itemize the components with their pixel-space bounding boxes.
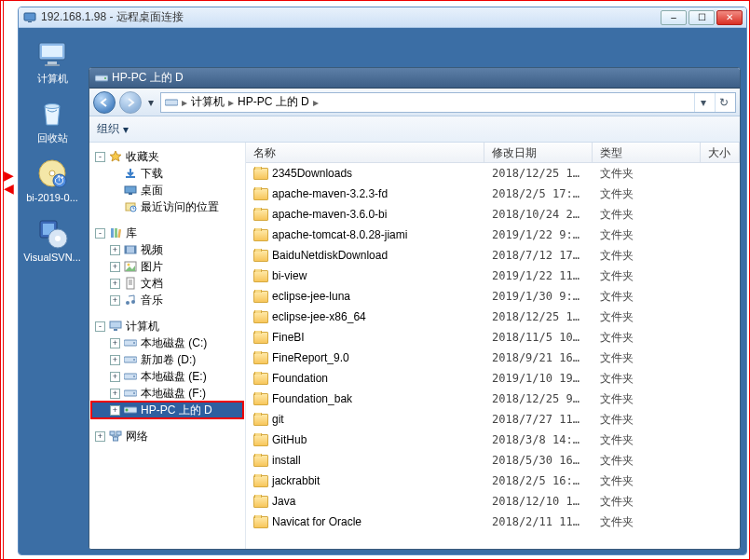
tree-item[interactable]: +文档 <box>91 275 243 292</box>
expand-icon[interactable]: + <box>110 295 120 306</box>
list-item[interactable]: Foundation2019/1/10 19:41文件夹 <box>246 368 740 389</box>
list-item[interactable]: BaiduNetdiskDownload2018/7/12 17:24文件夹 <box>246 245 740 266</box>
maximize-button[interactable]: ☐ <box>689 10 715 25</box>
folder-icon <box>253 270 268 282</box>
file-type: 文件夹 <box>593 330 701 346</box>
desktop-item-recycle-bin[interactable]: 回收站 <box>26 97 78 143</box>
list-item[interactable]: apache-maven-3.6.0-bi2018/10/24 20:43文件夹 <box>246 204 740 225</box>
expand-icon[interactable]: + <box>110 405 120 416</box>
spacer <box>110 169 120 179</box>
col-size[interactable]: 大小 <box>701 143 740 162</box>
close-button[interactable]: ✕ <box>716 10 743 25</box>
expand-icon[interactable]: + <box>110 355 120 365</box>
col-date[interactable]: 修改日期 <box>484 143 593 162</box>
expand-icon[interactable]: + <box>110 245 120 255</box>
tree-item[interactable]: +音乐 <box>91 292 243 308</box>
list-item[interactable]: Navicat for Oracle2018/2/11 11:41文件夹 <box>246 512 740 532</box>
list-item[interactable]: eclipse-jee-luna2019/1/30 9:54文件夹 <box>246 286 740 307</box>
tree-item-label: 下载 <box>141 166 163 182</box>
list-item[interactable]: eclipse-jee-x86_642018/12/25 11:04文件夹 <box>246 307 740 327</box>
rdp-titlebar[interactable]: 192.168.1.98 - 远程桌面连接 – ☐ ✕ <box>19 7 746 28</box>
svg-point-36 <box>131 300 135 304</box>
list-body[interactable]: 2345Downloads2018/12/25 15:00文件夹apache-m… <box>246 163 740 549</box>
collapse-icon[interactable]: - <box>95 228 105 239</box>
tree-favorites[interactable]: -收藏夹 <box>91 148 243 165</box>
tree-item[interactable]: +本地磁盘 (C:) <box>91 335 243 351</box>
col-type[interactable]: 类型 <box>593 143 701 162</box>
tree-item[interactable]: +视频 <box>91 241 243 258</box>
collapse-icon[interactable]: - <box>95 321 105 332</box>
chevron-right-icon[interactable]: ▸ <box>313 96 319 109</box>
file-name: BaiduNetdiskDownload <box>272 249 388 262</box>
list-item[interactable]: apache-maven-3.2.3-fd2018/2/5 17:05文件夹 <box>246 184 740 204</box>
tree-item[interactable]: 下载 <box>91 165 243 182</box>
tree-network[interactable]: +网络 <box>91 428 243 444</box>
video-icon <box>123 242 138 257</box>
rdp-title: 192.168.1.98 - 远程桌面连接 <box>41 9 661 25</box>
expand-icon[interactable]: + <box>110 262 120 272</box>
file-type: 文件夹 <box>593 207 701 223</box>
tree-item[interactable]: +新加卷 (D:) <box>91 351 243 368</box>
list-item[interactable]: Foundation_bak2018/12/25 9:10文件夹 <box>246 389 740 409</box>
list-item[interactable]: Java2018/12/10 17:03文件夹 <box>246 491 740 512</box>
file-date: 2018/10/24 20:43 <box>484 208 593 221</box>
expand-icon[interactable]: + <box>110 389 120 399</box>
tree-item[interactable]: +本地磁盘 (F:) <box>91 385 243 402</box>
tree-item[interactable]: 最近访问的位置 <box>91 198 243 215</box>
recent-icon <box>123 199 138 214</box>
list-item[interactable]: git2018/7/27 11:05文件夹 <box>246 409 740 430</box>
tree-libraries[interactable]: -库 <box>91 225 243 241</box>
svg-point-30 <box>128 264 130 266</box>
address-dropdown[interactable]: ▾ <box>694 93 711 112</box>
file-type: 文件夹 <box>593 309 701 325</box>
breadcrumb[interactable]: HP-PC 上的 D <box>238 94 309 110</box>
history-dropdown[interactable]: ▾ <box>145 94 157 111</box>
expand-icon[interactable]: + <box>95 431 105 442</box>
expand-icon[interactable]: + <box>110 279 120 289</box>
tree-computer[interactable]: -计算机 <box>91 318 243 335</box>
folder-icon <box>253 209 268 221</box>
desktop-item-computer[interactable]: 计算机 <box>26 37 78 84</box>
list-item[interactable]: GitHub2018/3/8 14:10文件夹 <box>246 430 740 450</box>
chevron-right-icon[interactable]: ▸ <box>182 96 187 109</box>
expand-icon[interactable]: + <box>110 338 120 348</box>
file-type: 文件夹 <box>593 248 701 264</box>
folder-icon <box>253 352 268 364</box>
address-bar[interactable]: ▸ 计算机 ▸ HP-PC 上的 D ▸ ▾ ↻ <box>160 92 736 113</box>
list-item[interactable]: bi-view2019/1/22 11:17文件夹 <box>246 266 740 286</box>
file-name: apache-maven-3.6.0-bi <box>272 208 387 221</box>
explorer-titlebar[interactable]: HP-PC 上的 D <box>89 68 740 89</box>
file-type: 文件夹 <box>593 494 701 510</box>
expand-icon[interactable]: + <box>110 372 120 382</box>
list-item[interactable]: install2018/5/30 16:22文件夹 <box>246 450 740 471</box>
back-button[interactable] <box>93 91 116 114</box>
chevron-right-icon[interactable]: ▸ <box>228 96 234 109</box>
organize-button[interactable]: 组织 ▾ <box>97 121 129 137</box>
desktop-item-disc[interactable]: ⏱bi-2019-0... <box>26 157 78 203</box>
collapse-icon[interactable]: - <box>95 152 105 162</box>
file-name: apache-maven-3.2.3-fd <box>272 187 388 200</box>
desktop-item-visualsvn[interactable]: VisualSVN... <box>26 216 78 263</box>
svg-point-6 <box>45 104 60 109</box>
tree-item-selected[interactable]: +HP-PC 上的 D <box>91 402 243 418</box>
list-item[interactable]: FineReport_9.02018/9/21 16:17文件夹 <box>246 348 740 368</box>
file-type: 文件夹 <box>593 371 701 387</box>
tree-item[interactable]: 桌面 <box>91 182 243 198</box>
minimize-button[interactable]: – <box>661 10 687 25</box>
tree-item-label: 最近访问的位置 <box>141 199 219 215</box>
refresh-button[interactable]: ↻ <box>715 93 731 112</box>
tree-item[interactable]: +本地磁盘 (E:) <box>91 368 243 385</box>
col-name[interactable]: 名称 <box>246 143 484 162</box>
list-item[interactable]: apache-tomcat-8.0.28-jiami2019/1/22 9:25… <box>246 225 740 245</box>
svg-point-48 <box>126 409 129 412</box>
list-item[interactable]: 2345Downloads2018/12/25 15:00文件夹 <box>246 163 740 184</box>
breadcrumb[interactable]: 计算机 <box>191 94 225 110</box>
list-item[interactable]: jackrabbit2018/2/5 16:11文件夹 <box>246 471 740 491</box>
document-icon <box>123 276 138 291</box>
forward-button[interactable] <box>119 91 142 114</box>
list-item[interactable]: FineBI2018/11/5 10:00文件夹 <box>246 327 740 348</box>
svg-rect-31 <box>127 278 134 289</box>
nav-tree[interactable]: -收藏夹下载桌面最近访问的位置-库+视频+图片+文档+音乐-计算机+本地磁盘 (… <box>89 143 246 549</box>
tree-item[interactable]: +图片 <box>91 258 243 275</box>
column-headers: 名称 修改日期 类型 大小 <box>246 143 740 163</box>
